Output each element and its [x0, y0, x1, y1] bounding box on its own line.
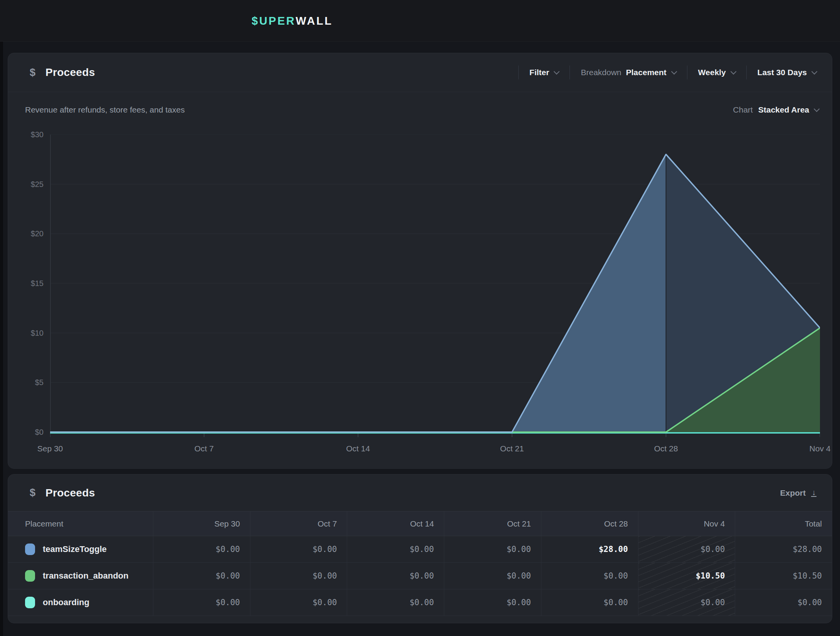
- series-swatch: [25, 570, 35, 582]
- placement-cell: transaction_abandon: [8, 563, 153, 589]
- column-header: Placement: [8, 511, 153, 536]
- chart-type-dropdown[interactable]: Chart Stacked Area: [733, 105, 819, 114]
- placement-label: transaction_abandon: [43, 571, 128, 581]
- table-card-title: Proceeds: [45, 487, 95, 499]
- series-swatch: [25, 543, 35, 555]
- logo-suffix: WALL: [296, 15, 333, 27]
- proceeds-chart-card: $ Proceeds Filter Breakdown Placement We…: [8, 53, 832, 469]
- export-button[interactable]: Export ↓: [780, 488, 816, 498]
- breakdown-label: Breakdown: [581, 68, 621, 77]
- y-tick-label: $10: [13, 328, 44, 338]
- dollar-icon: $: [30, 67, 35, 79]
- value-cell: $28.00: [541, 536, 638, 563]
- column-header: Oct 21: [444, 511, 541, 536]
- blue-area-current: [50, 154, 820, 432]
- table-row: onboarding$0.00$0.00$0.00$0.00$0.00$0.00…: [8, 589, 832, 616]
- x-tick-label: Sep 30: [23, 444, 77, 453]
- value-cell: $0.00: [444, 589, 541, 616]
- value-cell: $10.50: [638, 563, 735, 589]
- value-cell: $0.00: [347, 563, 444, 589]
- filter-dropdown[interactable]: Filter: [519, 68, 570, 77]
- export-label: Export: [780, 488, 806, 498]
- table-header-row: PlacementSep 30Oct 7Oct 14Oct 21Oct 28No…: [8, 511, 832, 536]
- value-cell: $0.00: [153, 589, 250, 616]
- stacked-area-plot: [50, 135, 820, 439]
- column-header: Sep 30: [153, 511, 250, 536]
- date-range-dropdown[interactable]: Last 30 Days: [747, 68, 816, 77]
- chevron-down-icon: [814, 106, 820, 112]
- value-cell: $0.00: [638, 536, 735, 563]
- x-tick-label: Oct 7: [177, 444, 231, 453]
- chart-type-label: Chart: [733, 105, 753, 114]
- chart-card-title: Proceeds: [45, 66, 95, 79]
- series-swatch: [25, 597, 35, 608]
- value-cell: $0.00: [347, 589, 444, 616]
- column-header: Oct 7: [250, 511, 347, 536]
- value-cell: $0.00: [444, 563, 541, 589]
- table-body: teamSizeToggle$0.00$0.00$0.00$0.00$28.00…: [8, 536, 832, 616]
- value-cell: $28.00: [735, 536, 832, 563]
- chart-card-header: $ Proceeds Filter Breakdown Placement We…: [8, 53, 832, 92]
- value-cell: $0.00: [541, 563, 638, 589]
- y-tick-label: $20: [13, 228, 44, 239]
- column-header: Oct 28: [541, 511, 638, 536]
- proceeds-table-card: $ Proceeds Export ↓ PlacementSep 30Oct 7…: [8, 474, 832, 623]
- filter-label: Filter: [529, 68, 549, 77]
- value-cell: $0.00: [541, 589, 638, 616]
- placement-cell: onboarding: [8, 589, 153, 616]
- x-tick-label: Oct 28: [639, 444, 693, 453]
- y-tick-label: $25: [13, 179, 44, 190]
- column-header: Total: [735, 511, 832, 536]
- chevron-down-icon: [730, 68, 736, 74]
- column-header: Nov 4: [638, 511, 735, 536]
- table-card-header: $ Proceeds Export ↓: [8, 474, 832, 511]
- value-cell: $0.00: [638, 589, 735, 616]
- period-dropdown[interactable]: Weekly: [687, 68, 746, 77]
- period-value: Weekly: [698, 68, 726, 77]
- value-cell: $10.50: [735, 563, 832, 589]
- x-tick-label: Oct 21: [485, 444, 539, 453]
- x-tick-label: Oct 14: [331, 444, 385, 453]
- placement-cell: teamSizeToggle: [8, 536, 153, 563]
- chevron-down-icon: [671, 68, 677, 74]
- value-cell: $0.00: [153, 536, 250, 563]
- chart-controls: Filter Breakdown Placement Weekly Last 3…: [518, 66, 816, 79]
- dollar-icon: $: [30, 487, 35, 499]
- top-bar: $UPERWALL: [0, 0, 840, 42]
- chart-type-value: Stacked Area: [758, 105, 809, 114]
- value-cell: $0.00: [347, 536, 444, 563]
- breakdown-dropdown[interactable]: Breakdown Placement: [570, 68, 687, 77]
- superwall-logo: $UPERWALL: [252, 0, 333, 42]
- y-tick-label: $15: [13, 278, 44, 289]
- y-tick-label: $30: [13, 129, 44, 140]
- value-cell: $0.00: [153, 563, 250, 589]
- logo-prefix: $UPER: [252, 15, 296, 27]
- window-edge: [0, 42, 3, 636]
- chevron-down-icon: [554, 68, 560, 74]
- breakdown-value: Placement: [626, 68, 667, 77]
- x-tick-label: Nov 4: [793, 444, 840, 453]
- stacked-area-svg: [50, 135, 820, 439]
- placement-label: onboarding: [43, 597, 89, 607]
- column-header: Oct 14: [347, 511, 444, 536]
- value-cell: $0.00: [250, 536, 347, 563]
- chevron-down-icon: [811, 68, 818, 74]
- table-row: teamSizeToggle$0.00$0.00$0.00$0.00$28.00…: [8, 536, 832, 563]
- value-cell: $0.00: [250, 589, 347, 616]
- value-cell: $0.00: [250, 563, 347, 589]
- value-cell: $0.00: [735, 589, 832, 616]
- placement-label: teamSizeToggle: [43, 544, 107, 554]
- value-cell: $0.00: [444, 536, 541, 563]
- chart-subheader: Revenue after refunds, store fees, and t…: [8, 92, 832, 128]
- chart-subtitle: Revenue after refunds, store fees, and t…: [25, 105, 185, 114]
- table-row: transaction_abandon$0.00$0.00$0.00$0.00$…: [8, 563, 832, 589]
- y-tick-label: $0: [13, 427, 44, 437]
- date-range-value: Last 30 Days: [758, 68, 807, 77]
- y-tick-label: $5: [13, 377, 44, 388]
- download-icon: ↓: [811, 489, 816, 497]
